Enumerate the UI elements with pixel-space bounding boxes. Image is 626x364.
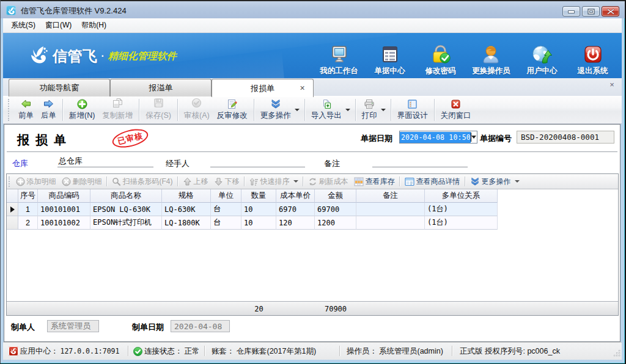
ui-design-icon bbox=[407, 98, 418, 109]
grid-more-icon bbox=[470, 177, 480, 186]
toolbar-button-copy-new: 复制新增 bbox=[98, 96, 136, 123]
dropdown-caret-icon[interactable] bbox=[345, 96, 353, 123]
menu-system[interactable]: 系统(S) bbox=[11, 20, 35, 31]
toolbar-button-more-actions[interactable]: 更多操作 bbox=[257, 96, 295, 123]
doc-date-input[interactable]: 2020-04-08 10:50 bbox=[399, 131, 477, 144]
toolbar-button-import-export[interactable]: 导入导出 bbox=[307, 96, 345, 123]
date-dropdown-button[interactable] bbox=[471, 131, 477, 143]
toolbar-separator bbox=[355, 99, 356, 121]
banner-action-label: 退出系统 bbox=[567, 66, 618, 76]
warehouse-value[interactable]: 总仓库 bbox=[59, 156, 83, 167]
column-header[interactable]: 单位 bbox=[211, 189, 241, 203]
window-inner: 信管飞仓库管理软件 V9.2.424 系统(S) 窗口(W) 帮助(H) 信管飞… bbox=[0, 0, 626, 364]
banner-action-user-center[interactable]: 用户中心 bbox=[517, 44, 567, 76]
table-row[interactable]: 2100101002EPSON针式打印机LQ-1800K台101201200(1… bbox=[7, 216, 618, 230]
barcode-scan-icon bbox=[112, 177, 121, 186]
toolbar-button-label: 导入导出 bbox=[311, 111, 342, 121]
dropdown-caret-icon[interactable] bbox=[295, 96, 302, 123]
banner-action-switch-operator[interactable]: 更换操作员 bbox=[466, 44, 517, 76]
banner-action-exit-system[interactable]: 退出系统 bbox=[567, 44, 618, 76]
column-header[interactable]: 备注 bbox=[356, 189, 425, 203]
doc-no-field: BSD-20200408-0001 bbox=[517, 131, 614, 144]
table-cell: 10 bbox=[241, 216, 276, 230]
app-logo-icon bbox=[6, 5, 16, 15]
tab-function-nav[interactable]: 功能导航窗 bbox=[9, 79, 110, 96]
column-header[interactable]: 序号 bbox=[18, 189, 38, 203]
toolbar-button-label: 审核(A) bbox=[184, 111, 210, 121]
grid-toolbar-button-label: 下移 bbox=[225, 177, 240, 187]
user-center-icon bbox=[517, 44, 567, 64]
warehouse-underline bbox=[57, 167, 153, 167]
minimize-button[interactable] bbox=[562, 6, 580, 16]
refresh-cost-icon bbox=[308, 177, 317, 186]
table-cell: 2 bbox=[18, 216, 38, 230]
add-new-icon bbox=[77, 98, 87, 109]
toolbar-button-print[interactable]: 打印 bbox=[358, 96, 381, 123]
banner-action-change-password[interactable]: 修改密码 bbox=[415, 44, 466, 76]
table-row[interactable]: 1100101001EPSON LQ-630KLQ-630K台106970697… bbox=[7, 203, 618, 216]
banner-action-workbench[interactable]: 我的工作台 bbox=[314, 44, 364, 76]
view-product-icon bbox=[405, 177, 414, 186]
toolbar-button-label: 界面设计 bbox=[397, 111, 428, 121]
grid-toolbar-button-move-down: 下移 bbox=[211, 174, 242, 189]
column-header[interactable]: 规格 bbox=[162, 189, 211, 203]
dropdown-caret-icon[interactable] bbox=[381, 96, 388, 123]
toolbar-button-add-new[interactable]: 新增(N) bbox=[65, 96, 98, 123]
banner-action-document-center[interactable]: 单据中心 bbox=[364, 44, 415, 76]
remark-underline[interactable] bbox=[372, 167, 468, 167]
main-toolbar: 前单后单新增(N)复制新增保存(S)审核(A)反审修改更多操作导入导出打印界面设… bbox=[3, 96, 622, 124]
menu-help[interactable]: 帮助(H) bbox=[81, 20, 106, 31]
conn-label: 连接状态： bbox=[144, 346, 183, 357]
grid-toolbar-button-grid-more[interactable]: 更多操作 bbox=[467, 174, 522, 189]
grid-toolbar-button-label: 扫描条形码(F4) bbox=[123, 177, 173, 187]
menu-bar: 系统(S) 窗口(W) 帮助(H) bbox=[3, 18, 622, 33]
toolbar-separator bbox=[62, 99, 63, 121]
doc-no-label: 单据编号 bbox=[480, 133, 512, 144]
column-header[interactable]: 多单位关系 bbox=[425, 189, 498, 203]
grid-toolbar-button-label: 刷新成本 bbox=[319, 177, 348, 187]
table-cell: LQ-630K bbox=[162, 203, 211, 216]
total-amount: 70900 bbox=[315, 305, 356, 313]
menu-window[interactable]: 窗口(W) bbox=[45, 20, 72, 31]
status-separator bbox=[204, 346, 205, 356]
handler-label: 经手人 bbox=[166, 158, 190, 169]
maximize-button[interactable] bbox=[582, 6, 600, 16]
grid-toolbar-button-view-stock[interactable]: 查看库存 bbox=[351, 174, 397, 189]
toolbar-button-prev-doc[interactable]: 前单 bbox=[15, 96, 37, 123]
toolbar-button-next-doc[interactable]: 后单 bbox=[37, 96, 60, 123]
tabstrip-close-icon[interactable]: × bbox=[608, 81, 616, 89]
handler-underline[interactable] bbox=[210, 167, 305, 167]
table-cell: (1台) bbox=[425, 203, 498, 216]
toolbar-button-ui-design[interactable]: 界面设计 bbox=[394, 96, 432, 123]
table-cell: 1 bbox=[18, 203, 38, 216]
move-down-icon bbox=[214, 177, 223, 186]
grid-toolbar-button-refresh-cost: 刷新成本 bbox=[305, 174, 351, 189]
column-header[interactable]: 金额 bbox=[315, 189, 356, 203]
grid-toolbar-separator bbox=[244, 177, 245, 186]
brand-logo-icon bbox=[29, 46, 49, 65]
creator-value: 系统管理员 bbox=[51, 321, 90, 332]
column-header[interactable]: 商品名称 bbox=[90, 189, 162, 203]
close-button[interactable] bbox=[602, 6, 619, 16]
table-cell: 120 bbox=[276, 216, 315, 230]
chevron-down-icon bbox=[471, 136, 476, 139]
switch-operator-icon bbox=[466, 44, 517, 64]
resize-grip[interactable] bbox=[614, 350, 620, 359]
quick-sort-icon bbox=[249, 177, 259, 186]
column-header[interactable]: 商品编码 bbox=[38, 189, 90, 203]
operator-label: 操作员： bbox=[347, 346, 377, 357]
column-header[interactable]: 成本单价 bbox=[276, 189, 315, 203]
tab-close-icon[interactable]: × bbox=[298, 84, 307, 93]
tab-overflow-doc[interactable]: 报溢单 bbox=[110, 79, 212, 96]
license-text: 正式版 授权序列号: pc006_ck bbox=[460, 346, 560, 357]
table-cell: 1200 bbox=[315, 216, 356, 230]
grid-toolbar-button-view-product[interactable]: 查看商品详情 bbox=[402, 174, 463, 189]
tab-damage-doc[interactable]: 报损单 × bbox=[212, 79, 314, 97]
print-icon bbox=[364, 98, 375, 109]
grid-toolbar-button-add-row: 添加明细 bbox=[13, 174, 59, 189]
toolbar-button-unaudit[interactable]: 反审修改 bbox=[213, 96, 251, 123]
brand-dot: · bbox=[101, 51, 105, 62]
header-divider bbox=[7, 151, 617, 152]
column-header[interactable]: 数量 bbox=[241, 189, 276, 203]
toolbar-button-close-window[interactable]: 关闭窗口 bbox=[437, 96, 475, 123]
